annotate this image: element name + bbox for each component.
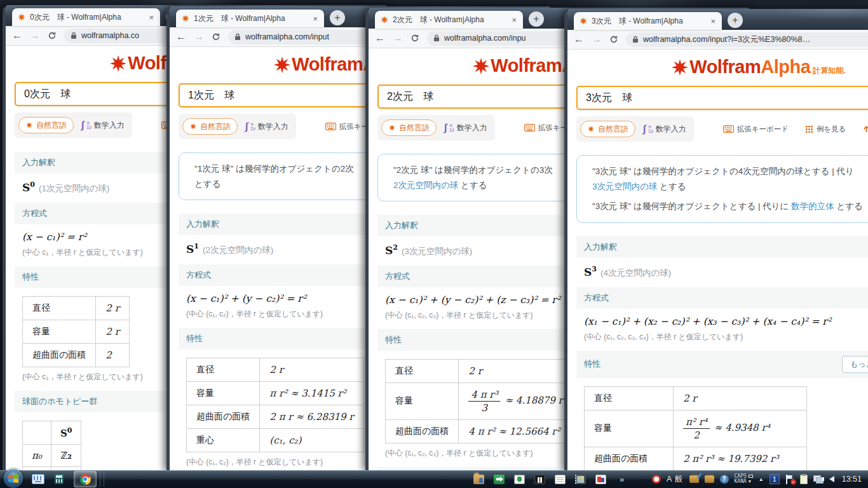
back-button[interactable]: ← [574,34,584,44]
extended-keyboard-button[interactable]: 拡張キーボード [723,125,789,134]
table-row: 容量4 π r³3≈ 4.18879 r³ [386,383,577,419]
browser-tab[interactable]: 0次元 球 - Wolfram|Alpha × [12,8,160,26]
wolfram-rosette-icon [109,54,128,73]
back-button[interactable]: ← [12,30,22,41]
photo-app-icon[interactable] [595,475,606,484]
rosette-icon [388,124,396,132]
ime-number-badge[interactable]: 1 [770,474,780,484]
pod-header-equation: 方程式 [385,271,410,282]
ime-key-status[interactable]: CAPS KANA▼ [735,474,753,485]
forward-button[interactable]: → [592,34,602,44]
taskbar-quick-launch: » [473,475,624,484]
lock-icon [71,32,77,39]
natural-language-button[interactable]: 自然言語 [381,119,437,136]
browser-tab[interactable]: 3次元 球 - Wolfram|Alpha × [574,12,722,30]
table-row: 直径2 r [23,296,130,320]
table-row: S0 [23,421,81,444]
wolfram-rosette-icon [670,58,689,77]
reload-button[interactable] [212,32,220,41]
math-input-button[interactable]: ∫πΣ∂数学入力 [444,122,487,133]
natural-language-button[interactable]: 自然言語 [580,121,635,137]
table-row: 容量π² r⁴2≈ 4.9348 r⁴ [585,410,807,447]
notepad-icon[interactable] [555,475,566,484]
new-tab-button[interactable]: + [728,13,743,28]
examples-button[interactable]: 例を見る [805,125,846,134]
window-glyph-icon [749,475,753,478]
back-button[interactable]: ← [375,33,385,43]
math-input-button[interactable]: ∫πΣ∂数学入力 [643,123,686,135]
action-center-flag-icon[interactable]: × [785,475,794,484]
browser-tab[interactable]: 1次元 球 - Wolfram|Alpha × [176,10,324,27]
assumption-link[interactable]: 2次元空間内の球 [393,180,458,190]
taskbar-calculator-icon[interactable] [55,474,64,484]
table-row: 超曲面の面積4 π r² ≈ 12.5664 r² [386,419,577,443]
caret-down-icon: ▼ [749,480,751,484]
new-tab-button[interactable]: + [330,10,345,25]
launch-arrow-icon[interactable] [494,475,505,484]
table-row: 直径2 r [187,358,364,381]
media-record-icon[interactable] [514,475,525,484]
browser-tab[interactable]: 2次元 球 - Wolfram|Alpha × [375,11,523,29]
natural-language-button[interactable]: 自然言語 [182,118,238,135]
assumption-link[interactable]: 数学的立体 [791,201,834,211]
tab-close-icon[interactable]: × [147,13,155,22]
pod-header-equation: 方程式 [186,269,211,281]
new-tab-button[interactable]: + [529,11,544,27]
start-button[interactable] [4,469,23,488]
wolfram-favicon-icon [579,17,588,25]
rosette-icon [189,123,197,130]
forward-button[interactable]: → [194,32,204,42]
wolfram-rosette-icon [471,57,491,76]
pod-header-input-interpretation: 入力解釈 [22,157,55,168]
pod-header-properties: 特性 [584,358,600,370]
query-input[interactable]: 3次元 球 [576,86,868,110]
pod-header-input-interpretation: 入力解釈 [584,241,617,253]
math-input-button[interactable]: ∫πΣ∂数学入力 [81,119,125,131]
tab-close-icon[interactable]: × [709,17,717,26]
overflow-chevron-icon[interactable]: » [620,475,624,484]
upload-icon [862,125,868,133]
tab-title: 0次元 球 - Wolfram|Alpha [30,12,144,23]
input-mode-toggle: 自然言語 ∫πΣ∂数学入力 [377,115,495,140]
ime-pad-icon[interactable] [689,475,699,483]
show-more-button[interactable]: もっと表示 [842,356,868,373]
reload-button[interactable] [48,31,57,40]
tab-close-icon[interactable]: × [510,15,518,25]
tab-close-icon[interactable]: × [311,14,319,24]
table-row: 重心(c₁, c₂) [187,428,364,452]
forward-button[interactable]: → [30,30,40,41]
input-mode-toggle: 自然言語 ∫πΣ∂数学入力 [179,114,296,139]
integral-icon: ∫ [643,123,646,135]
taskbar-clock[interactable]: 13:51 [842,475,862,484]
upload-button[interactable]: アップロード [862,125,868,134]
forward-button[interactable]: → [393,33,403,43]
user-folder-icon[interactable] [473,475,484,484]
media-player-icon[interactable] [575,475,586,484]
ime-help-icon[interactable]: ? [720,475,729,484]
natural-language-button[interactable]: 自然言語 [18,117,74,133]
pause-icon[interactable] [534,475,545,484]
input-interpretation-value: S3(4次元空間内の球) [576,258,868,287]
ime-dictionary-icon[interactable] [705,475,714,483]
clipboard-icon[interactable] [800,475,808,484]
back-button[interactable]: ← [176,32,186,42]
show-hidden-icons-button[interactable]: ▲ [759,477,764,482]
integral-icon: ∫ [245,121,248,132]
keyboard-icon [524,124,535,132]
taskbar-chrome-button[interactable] [74,471,97,487]
security-status-icon[interactable] [652,475,661,484]
address-bar[interactable]: wolframalpha.com/input?i=3次元%E3%80%8… [626,32,868,47]
wolfram-rosette-icon [273,55,292,74]
taskbar-keyboard-icon[interactable] [32,474,44,484]
wolfram-favicon-icon [181,14,190,23]
taskbar-divider [100,471,100,487]
url-text: wolframalpha.co [81,31,139,40]
keyboard-icon [723,125,734,133]
speaker-icon[interactable] [829,476,834,482]
reload-button[interactable] [410,34,419,43]
math-input-button[interactable]: ∫πΣ∂数学入力 [245,121,288,132]
assumption-link[interactable]: 3次元空間内の球 [592,182,657,191]
ime-mode-indicator[interactable]: A 般 [667,474,684,485]
wolfram-favicon-icon [380,15,389,24]
reload-button[interactable] [609,35,618,44]
